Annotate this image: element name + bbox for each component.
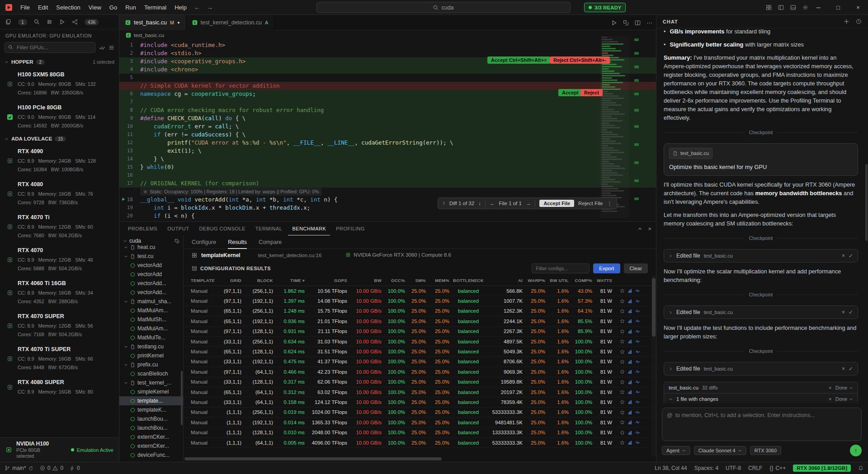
open-changes-icon[interactable] [623,20,629,26]
result-row[interactable]: Manual(1,1,1)(192,1,1)0.014 ms1365.33 TF… [184,418,651,427]
run-kernel-icon[interactable] [121,197,126,202]
close-button[interactable]: × [848,0,868,14]
column-header[interactable]: TEMPLATE [184,278,217,283]
edited-file-card[interactable]: Edited filetest_basic.cu×✓ [664,249,858,263]
code-line[interactable]: 7 [119,98,656,106]
pulse-icon[interactable] [635,430,640,435]
check-all-icon[interactable] [99,45,105,51]
encoding[interactable]: UTF-8 [726,465,741,471]
reject-file-button[interactable]: Reject File [578,201,603,206]
tree-file-item[interactable]: heat.cu [119,243,183,252]
toggle-panel-icon[interactable] [790,5,796,10]
problems-item[interactable]: 0 0 [40,465,63,471]
column-header[interactable]: WATTS [595,278,615,283]
star-icon[interactable] [620,299,625,304]
toggle-sidebar-icon[interactable] [778,5,784,10]
tree-kernel-item[interactable]: vectorAdd... [119,288,183,297]
ports-item[interactable]: 0 [70,465,80,471]
ready-badge[interactable]: 3/3 READY [584,3,626,12]
result-row[interactable]: Manual(33,1,1)(64,1,1)0.158 ms124.12 TFl… [184,397,651,407]
next-file-icon[interactable]: → [526,201,531,206]
kernel-name[interactable]: templateKernel [201,252,241,258]
star-icon[interactable] [620,339,625,344]
code-line[interactable]: 15} while(0) [119,163,656,171]
changes-summary-bar[interactable]: 1 file with changes×Done [664,394,858,403]
menu-run[interactable]: Run [121,4,140,11]
more-actions-icon[interactable]: ⋯ [646,19,652,26]
code-line[interactable]: 13 exit(1); \ [119,147,656,155]
tree-file-item[interactable]: test.cu [119,252,183,261]
send-button[interactable]: ↑ [850,445,862,456]
code-line[interactable]: 11 if (err != cudaSuccess) { \ [119,131,656,139]
code-line[interactable]: 1#include <cuda_runtime.h> [119,41,656,49]
pulse-icon[interactable] [635,319,640,324]
gpu-item[interactable]: H100 SXM5 80GB CC: 9.0Memory: 80GBSMs: 1… [0,67,119,100]
tree-kernel-item[interactable]: vectorAdd [119,270,183,279]
chart-icon[interactable] [627,369,632,374]
gpu-chip-icon[interactable] [6,379,14,395]
pulse-icon[interactable] [635,380,640,385]
accept-edit-icon[interactable]: ✓ [849,308,853,317]
accept-file-button[interactable]: Accept File [539,200,574,207]
editor-tab[interactable]: Ctest_basic.cu M ● [119,15,186,30]
result-row[interactable]: Manual(1,1,1)(128,1,1)0.010 ms2048.00 TF… [184,427,651,437]
chart-icon[interactable] [627,410,632,415]
tree-kernel-item[interactable]: templateK... [119,405,183,414]
new-chat-icon[interactable] [844,19,849,24]
prev-diff-icon[interactable]: ↑ [443,201,445,206]
tree-kernel-item[interactable]: MatMulTe... [119,333,183,342]
tree-kernel-item[interactable]: deviceFunc... [119,451,183,460]
gpu-item[interactable]: RTX 4080 CC: 8.9Memory: 16GBSMs: 76 Core… [0,177,119,210]
result-row[interactable]: Manual(65,1,1)(192,1,1)0.936 ms21.01 TFl… [184,316,651,326]
chart-icon[interactable] [627,349,632,354]
tree-kernel-item[interactable]: vectorAdd... [119,279,183,288]
star-icon[interactable] [620,288,625,293]
git-branch-item[interactable]: main* [5,465,33,471]
checkpoint-divider[interactable]: Checkpoint [664,234,858,243]
chart-icon[interactable] [627,430,632,435]
split-editor-icon[interactable] [635,20,641,26]
tree-kernel-item[interactable]: MatMulSh... [119,315,183,324]
pulse-icon[interactable] [635,410,640,415]
column-header[interactable]: BW UTIL [548,278,571,283]
done-button[interactable]: Done [835,384,853,392]
chart-icon[interactable] [627,390,632,394]
gpu-chip-icon[interactable] [6,280,14,305]
gpu-item[interactable]: RTX 4060 Ti 16GB CC: 8.9Memory: 16GBSMs:… [0,276,119,309]
star-icon[interactable] [620,410,625,415]
tree-file-item[interactable]: matmul_sha... [119,297,183,306]
settings-gear-icon[interactable] [802,5,808,10]
gpu-selected-checkbox[interactable] [6,104,14,129]
gpu-item[interactable]: RTX 4070 Ti CC: 8.9Memory: 12GBSMs: 60 C… [0,210,119,243]
pulse-icon[interactable] [635,369,640,374]
checkpoint-divider[interactable]: Checkpoint [664,291,858,299]
result-row[interactable]: Manual(65,1,1)(64,1,1)0.312 ms63.02 TFlo… [184,387,651,397]
tree-kernel-item[interactable]: printKernel [119,351,183,360]
chat-input[interactable] [675,412,857,418]
gpu-chip-icon[interactable] [6,313,14,338]
column-header[interactable]: WARP% [525,278,548,283]
tree-kernel-item[interactable]: launchBou... [119,423,183,432]
gpu-item[interactable]: RTX 4070 Ti SUPER CC: 8.9Memory: 16GBSMs… [0,342,119,375]
column-header[interactable]: BW [350,278,384,283]
kernel-location[interactable]: test_kernel_detection.cu:16 [258,253,322,258]
editor-tab[interactable]: Ctest_kernel_detection.cu A [186,15,275,30]
pulse-icon[interactable] [635,349,640,354]
pulse-icon[interactable] [635,309,640,314]
notifications-bell-icon[interactable] [858,465,863,471]
gpu-chip-icon[interactable] [6,247,14,272]
chat-input-box[interactable]: @ [662,408,862,441]
result-row[interactable]: Manual(33,1,1)(256,1,1)0.634 ms31.03 TFl… [184,337,651,347]
column-header[interactable]: GRID [217,278,244,283]
export-button[interactable]: Export [593,263,620,273]
result-row[interactable]: Manual(65,1,1)(256,1,1)1.248 ms15.75 TFl… [184,306,651,316]
reject-change-button[interactable]: Reject Ctrl+Shift+Alt+- [550,56,610,64]
dismiss-icon[interactable]: × [829,384,832,392]
file-diffs-bar[interactable]: test_basic.cu32 diffs×Done [664,382,858,394]
filter-configs-input[interactable] [532,263,590,273]
menu-view[interactable]: View [85,4,105,11]
table-vertical-scrollbar[interactable] [651,275,656,456]
pipeline-icon[interactable] [72,19,78,25]
code-line[interactable]: 14 } \ [119,155,656,163]
tree-kernel-item[interactable]: vectorAdd [119,261,183,270]
